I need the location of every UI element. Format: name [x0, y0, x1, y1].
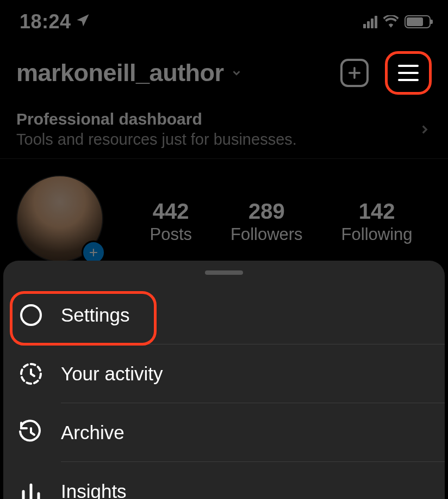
following-label: Following: [341, 225, 413, 244]
profile-header: markoneill_author: [0, 38, 448, 102]
menu-label: Your activity: [61, 363, 163, 385]
profile-username[interactable]: markoneill_author: [16, 59, 224, 87]
activity-icon: [17, 360, 45, 387]
menu-label: Archive: [61, 422, 125, 443]
status-right: [363, 15, 431, 28]
menu-item-insights[interactable]: Insights: [3, 462, 445, 499]
insights-icon: [17, 478, 45, 499]
plus-icon: +: [89, 244, 98, 261]
posts-label: Posts: [150, 225, 192, 244]
profile-stats-row: + 442 Posts 289 Followers 142 Following: [0, 159, 448, 268]
status-time: 18:24: [20, 10, 71, 33]
archive-icon: [17, 419, 45, 446]
battery-level: [407, 17, 423, 26]
status-left: 18:24: [20, 10, 91, 33]
dashboard-subtitle: Tools and resources just for businesses.: [16, 131, 418, 149]
sheet-grabber[interactable]: [205, 270, 243, 275]
cellular-signal-icon: [363, 15, 377, 28]
followers-label: Followers: [231, 225, 303, 244]
followers-count: 289: [231, 199, 303, 224]
menu-label: Insights: [61, 480, 127, 499]
hamburger-menu-button[interactable]: [385, 51, 432, 95]
chevron-down-icon[interactable]: [231, 67, 242, 79]
dashboard-text: Professional dashboard Tools and resourc…: [16, 110, 418, 149]
posts-count: 442: [150, 199, 192, 224]
menu-label: Settings: [61, 304, 129, 326]
header-actions: [340, 51, 432, 95]
battery-icon: [405, 15, 431, 28]
wifi-icon: [383, 15, 399, 28]
location-arrow-icon: [76, 13, 91, 30]
chevron-right-icon: [418, 122, 432, 137]
following-stat[interactable]: 142 Following: [341, 199, 413, 244]
menu-item-your-activity[interactable]: Your activity: [3, 344, 445, 403]
settings-icon: [17, 301, 45, 329]
status-bar: 18:24: [0, 0, 448, 38]
dashboard-title: Professional dashboard: [16, 110, 418, 128]
profile-page-background: 18:24 markoneill_author: [0, 0, 448, 261]
posts-stat[interactable]: 442 Posts: [150, 199, 192, 244]
following-count: 142: [341, 199, 413, 224]
stats: 442 Posts 289 Followers 142 Following: [130, 199, 432, 244]
hamburger-icon: [398, 65, 419, 81]
avatar-container[interactable]: +: [16, 175, 109, 268]
create-post-button[interactable]: [340, 59, 369, 87]
svg-point-1: [26, 310, 36, 321]
menu-item-settings[interactable]: Settings: [3, 286, 445, 344]
followers-stat[interactable]: 289 Followers: [231, 199, 303, 244]
menu-item-archive[interactable]: Archive: [3, 403, 445, 462]
menu-bottom-sheet[interactable]: Settings Your activity Archive Insights: [3, 261, 445, 499]
professional-dashboard-banner[interactable]: Professional dashboard Tools and resourc…: [0, 102, 448, 159]
